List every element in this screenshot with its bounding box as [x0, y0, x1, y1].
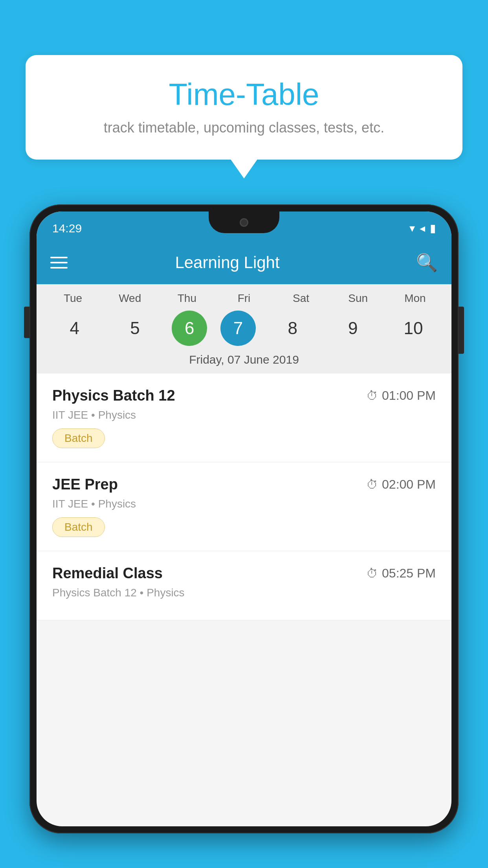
day-header-sat: Sat [277, 292, 325, 305]
search-icon[interactable]: 🔍 [416, 252, 438, 273]
selected-date-label: Friday, 07 June 2019 [37, 353, 451, 373]
schedule-item-3-time: ⏱ 05:25 PM [366, 566, 436, 581]
battery-icon: ▮ [430, 222, 436, 235]
schedule-item-2-header: JEE Prep ⏱ 02:00 PM [52, 476, 436, 493]
phone-notch [209, 211, 279, 233]
schedule-item-1[interactable]: Physics Batch 12 ⏱ 01:00 PM IIT JEE • Ph… [37, 373, 451, 462]
phone-outer: 14:29 ▾ ◂ ▮ Learning Light 🔍 [29, 204, 459, 833]
schedule-item-1-time: ⏱ 01:00 PM [366, 388, 436, 403]
day-header-sun: Sun [334, 292, 382, 305]
wifi-icon: ▾ [409, 222, 415, 235]
day-4[interactable]: 4 [51, 311, 98, 346]
schedule-list: Physics Batch 12 ⏱ 01:00 PM IIT JEE • Ph… [37, 373, 451, 620]
app-bar: Learning Light 🔍 [37, 241, 451, 284]
front-camera [240, 218, 248, 227]
schedule-item-2[interactable]: JEE Prep ⏱ 02:00 PM IIT JEE • Physics Ba… [37, 462, 451, 551]
speech-bubble-section: Time-Table track timetable, upcoming cla… [26, 55, 462, 160]
clock-icon-3: ⏱ [366, 567, 378, 580]
schedule-item-1-subtitle: IIT JEE • Physics [52, 409, 436, 421]
schedule-item-3-subtitle: Physics Batch 12 • Physics [52, 587, 436, 599]
app-bar-title: Learning Light [50, 253, 404, 272]
status-time: 14:29 [52, 222, 82, 235]
schedule-item-3-time-text: 05:25 PM [382, 566, 436, 581]
speech-bubble: Time-Table track timetable, upcoming cla… [26, 55, 462, 160]
clock-icon-2: ⏱ [366, 478, 378, 491]
day-6-today[interactable]: 6 [172, 311, 207, 346]
phone-screen: 14:29 ▾ ◂ ▮ Learning Light 🔍 [37, 211, 451, 826]
phone-wrapper: 14:29 ▾ ◂ ▮ Learning Light 🔍 [29, 204, 459, 868]
schedule-item-2-badge: Batch [52, 517, 105, 537]
schedule-item-2-subtitle: IIT JEE • Physics [52, 498, 436, 510]
clock-icon-1: ⏱ [366, 389, 378, 403]
schedule-item-1-title: Physics Batch 12 [52, 387, 175, 404]
bubble-title: Time-Table [49, 77, 439, 112]
day-header-wed: Wed [106, 292, 154, 305]
day-10[interactable]: 10 [390, 311, 437, 346]
schedule-item-2-title: JEE Prep [52, 476, 118, 493]
schedule-item-3[interactable]: Remedial Class ⏱ 05:25 PM Physics Batch … [37, 551, 451, 620]
schedule-item-2-time-text: 02:00 PM [382, 477, 436, 492]
schedule-item-1-header: Physics Batch 12 ⏱ 01:00 PM [52, 387, 436, 404]
day-7-selected[interactable]: 7 [220, 311, 256, 346]
day-header-fri: Fri [220, 292, 268, 305]
calendar-strip: Tue Wed Thu Fri Sat Sun Mon 4 5 6 7 8 9 … [37, 284, 451, 373]
status-icons: ▾ ◂ ▮ [409, 222, 436, 235]
day-header-thu: Thu [163, 292, 211, 305]
day-8[interactable]: 8 [269, 311, 316, 346]
schedule-item-1-badge: Batch [52, 428, 105, 448]
day-5[interactable]: 5 [112, 311, 159, 346]
schedule-item-3-title: Remedial Class [52, 565, 163, 582]
day-numbers: 4 5 6 7 8 9 10 [37, 311, 451, 346]
day-header-mon: Mon [391, 292, 438, 305]
day-headers: Tue Wed Thu Fri Sat Sun Mon [37, 292, 451, 305]
schedule-item-3-header: Remedial Class ⏱ 05:25 PM [52, 565, 436, 582]
signal-icon: ◂ [420, 222, 425, 235]
bubble-subtitle: track timetable, upcoming classes, tests… [49, 120, 439, 136]
day-header-tue: Tue [50, 292, 97, 305]
schedule-item-2-time: ⏱ 02:00 PM [366, 477, 436, 492]
day-9[interactable]: 9 [329, 311, 376, 346]
schedule-item-1-time-text: 01:00 PM [382, 388, 436, 403]
